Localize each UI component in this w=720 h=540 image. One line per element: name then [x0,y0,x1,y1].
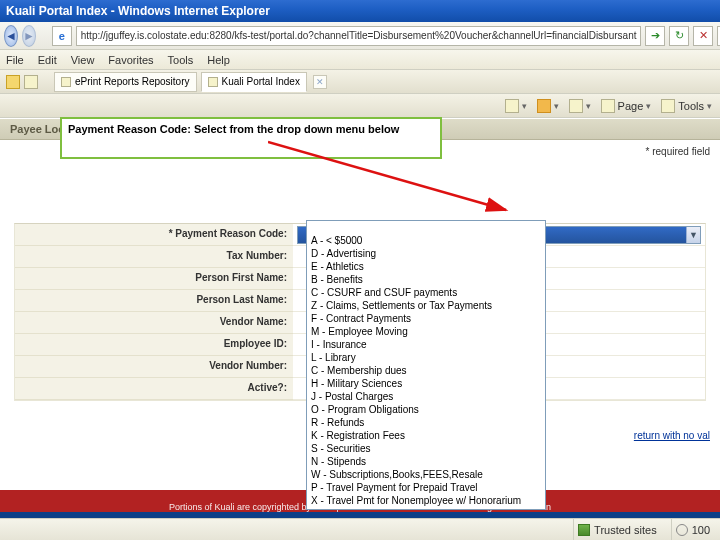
label-tax: Tax Number: [15,246,293,268]
page-menu[interactable]: Page▾ [601,99,652,113]
tab-icon [61,77,71,87]
feed-icon [537,99,551,113]
label-last: Person Last Name: [15,290,293,312]
refresh-button[interactable]: ↻ [669,26,689,46]
label-active: Active?: [15,378,293,400]
dropdown-option[interactable]: H - Military Sciences [307,377,545,390]
status-zoom[interactable]: 100 [671,519,714,540]
address-bar[interactable]: http://jguffey.is.colostate.edu:8280/kfs… [76,26,642,46]
status-zoom-value: 100 [692,524,710,536]
label-vnum: Vendor Number: [15,356,293,378]
status-trusted-label: Trusted sites [594,524,657,536]
toolbar-label: Page [618,100,644,112]
tools-menu[interactable]: Tools▾ [661,99,712,113]
return-no-value-link[interactable]: return with no val [634,430,710,441]
dropdown-option[interactable]: L - Library [307,351,545,364]
label-emp: Employee ID: [15,334,293,356]
feeds-button[interactable]: ▾ [537,99,559,113]
tab-label: ePrint Reports Repository [75,76,190,87]
toolbar-row: ▾ ▾ ▾ Page▾ Tools▾ [0,94,720,118]
callout-box: Payment Reason Code: Select from the dro… [60,117,442,159]
dropdown-option[interactable]: S - Securities [307,442,545,455]
dropdown-option[interactable]: P - Travel Payment for Prepaid Travel [307,481,545,494]
blue-divider [0,512,720,518]
favorites-icon[interactable] [6,75,20,89]
menu-tools[interactable]: Tools [168,54,194,66]
payment-reason-dropdown-list[interactable]: A - < $5000D - AdvertisingE - AthleticsB… [306,220,546,510]
menu-file[interactable]: File [6,54,24,66]
dropdown-option[interactable]: M - Employee Moving [307,325,545,338]
dropdown-option[interactable]: K - Registration Fees [307,429,545,442]
home-button[interactable]: ▾ [505,99,527,113]
menu-bar: File Edit View Favorites Tools Help [0,50,720,70]
callout-text: Payment Reason Code: Select from the dro… [68,123,399,135]
dropdown-option[interactable]: I - Insurance [307,338,545,351]
menu-help[interactable]: Help [207,54,230,66]
back-button[interactable]: ◄ [4,25,18,47]
dropdown-option[interactable]: E - Athletics [307,260,545,273]
dropdown-option[interactable]: A - < $5000 [307,234,545,247]
close-tab-icon[interactable]: ✕ [313,75,327,89]
menu-favorites[interactable]: Favorites [108,54,153,66]
status-trusted: Trusted sites [573,519,661,540]
dropdown-option[interactable]: R - Refunds [307,416,545,429]
home-icon [505,99,519,113]
page-icon: e [52,26,72,46]
forward-button[interactable]: ► [22,25,36,47]
menu-view[interactable]: View [71,54,95,66]
nav-row: ◄ ► e http://jguffey.is.colostate.edu:82… [0,22,720,50]
window-title: Kuali Portal Index - Windows Internet Ex… [6,4,270,18]
dropdown-option[interactable]: T - Travel-Employee [307,507,545,510]
add-favorites-icon[interactable] [24,75,38,89]
print-icon [569,99,583,113]
dropdown-option[interactable]: J - Postal Charges [307,390,545,403]
print-button[interactable]: ▾ [569,99,591,113]
label-vendor: Vendor Name: [15,312,293,334]
dropdown-option[interactable]: C - CSURF and CSUF payments [307,286,545,299]
chevron-down-icon: ▼ [686,227,700,243]
go-button[interactable]: ➔ [645,26,665,46]
dropdown-option[interactable]: W - Subscriptions,Books,FEES,Resale [307,468,545,481]
tab-icon [208,77,218,87]
url-text: http://jguffey.is.colostate.edu:8280/kfs… [81,30,637,41]
tools-icon [661,99,675,113]
dropdown-option[interactable]: X - Travel Pmt for Nonemployee w/ Honora… [307,494,545,507]
dropdown-option[interactable]: D - Advertising [307,247,545,260]
label-payment-reason: Payment Reason Code: [15,224,293,246]
tab-eprint[interactable]: ePrint Reports Repository [54,72,197,92]
shield-icon [578,524,590,536]
tab-label: Kuali Portal Index [222,76,300,87]
dropdown-option[interactable] [307,221,545,234]
dropdown-option[interactable]: Z - Claims, Settlements or Tax Payments [307,299,545,312]
dropdown-option[interactable]: F - Contract Payments [307,312,545,325]
window-titlebar: Kuali Portal Index - Windows Internet Ex… [0,0,720,22]
toolbar-label: Tools [678,100,704,112]
zoom-icon [676,524,688,536]
dropdown-option[interactable]: B - Benefits [307,273,545,286]
label-first: Person First Name: [15,268,293,290]
tab-kuali[interactable]: Kuali Portal Index [201,72,307,92]
dropdown-option[interactable]: N - Stipends [307,455,545,468]
dropdown-option[interactable]: O - Program Obligations [307,403,545,416]
menu-edit[interactable]: Edit [38,54,57,66]
status-bar: Trusted sites 100 [0,518,720,540]
tab-row: ePrint Reports Repository Kuali Portal I… [0,70,720,94]
page-icon [601,99,615,113]
stop-button[interactable]: ✕ [693,26,713,46]
dropdown-option[interactable]: C - Membership dues [307,364,545,377]
